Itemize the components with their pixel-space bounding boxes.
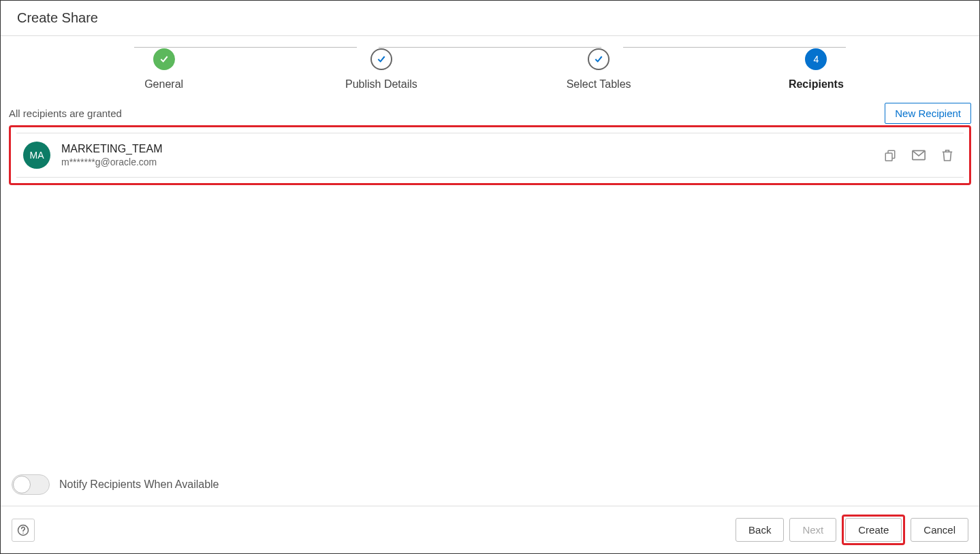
avatar: MA [23,142,50,169]
content-area: All recipients are granted New Recipient… [1,103,979,506]
step-circle-done [153,48,175,70]
recipient-row[interactable]: MA MARKETING_TEAM m*******g@oracle.com [16,133,964,178]
step-connector [623,47,846,48]
step-label: Recipients [789,78,844,91]
page-title: Create Share [17,10,963,26]
notify-row: Notify Recipients When Available [9,469,971,506]
step-connector [134,47,357,48]
row-actions [883,148,954,162]
svg-rect-1 [885,153,892,161]
step-circle-done-outline [588,48,610,70]
help-icon [17,524,29,536]
recipients-header: All recipients are granted New Recipient [9,103,971,125]
check-icon [593,54,604,65]
step-circle-active: 4 [805,48,827,70]
toggle-knob [13,476,31,493]
step-general[interactable]: General [55,48,272,91]
create-button-highlight: Create [842,515,905,545]
step-select-tables[interactable]: Select Tables [490,48,708,91]
cancel-button[interactable]: Cancel [911,518,968,542]
step-recipients[interactable]: 4 Recipients [708,48,925,91]
svg-point-4 [22,532,24,534]
check-icon [159,54,170,65]
step-circle-done-outline [370,48,392,70]
step-connector [379,47,601,48]
recipient-info: MARKETING_TEAM m*******g@oracle.com [61,143,883,167]
recipient-name: MARKETING_TEAM [61,143,883,155]
check-icon [376,54,387,65]
next-button: Next [789,518,836,542]
delete-icon[interactable] [941,148,954,162]
back-button[interactable]: Back [736,518,784,542]
step-label: General [144,78,183,91]
dialog-header: Create Share [1,1,979,36]
help-button[interactable] [12,519,35,542]
new-recipient-button[interactable]: New Recipient [885,103,971,124]
grant-status-text: All recipients are granted [9,108,122,119]
wizard-stepper: General Publish Details Select Tables 4 … [1,36,979,103]
notify-label: Notify Recipients When Available [59,478,219,491]
notify-toggle[interactable] [12,474,50,495]
step-label: Publish Details [345,78,417,91]
email-icon[interactable] [912,148,926,162]
create-button[interactable]: Create [845,518,902,542]
dialog-footer: Back Next Create Cancel [1,506,979,553]
step-publish-details[interactable]: Publish Details [272,48,490,91]
recipients-list-highlight: MA MARKETING_TEAM m*******g@oracle.com [9,125,971,185]
recipient-email: m*******g@oracle.com [61,157,883,167]
copy-icon[interactable] [883,148,897,162]
step-label: Select Tables [567,78,631,91]
